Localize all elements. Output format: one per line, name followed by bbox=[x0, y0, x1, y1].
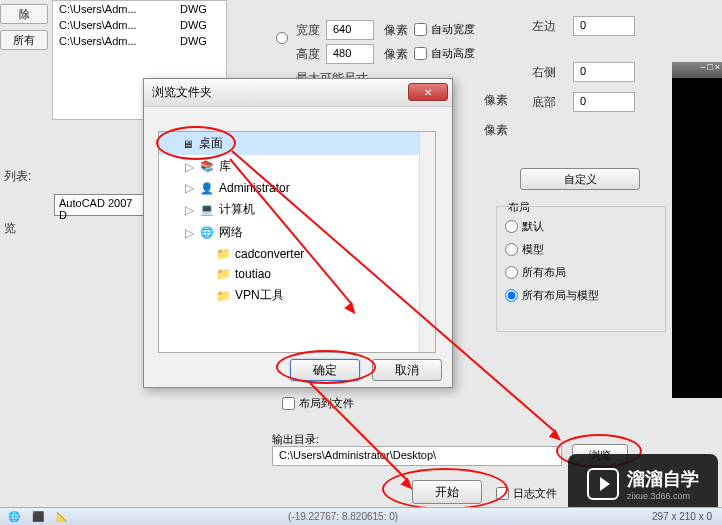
file-type: DWG bbox=[180, 19, 220, 31]
width-field[interactable]: 640 bbox=[326, 20, 374, 40]
file-path: C:\Users\Adm... bbox=[59, 19, 180, 31]
folder-tree[interactable]: 桌面 ▷ 库 ▷ Administrator ▷ 计算机 ▷ 网络 bbox=[158, 131, 436, 353]
pixels-label-1: 像素 bbox=[384, 22, 408, 39]
left-field[interactable]: 0 bbox=[573, 16, 635, 36]
file-row[interactable]: C:\Users\Adm... DWG bbox=[53, 1, 226, 17]
left-label: 左边 bbox=[532, 18, 556, 35]
log-file-check[interactable] bbox=[496, 487, 509, 500]
watermark-title: 溜溜自学 bbox=[627, 467, 699, 491]
height-field[interactable]: 480 bbox=[326, 44, 374, 64]
width-label: 宽度 bbox=[296, 22, 320, 39]
tree-label: cadconverter bbox=[235, 247, 304, 261]
autocad-dropdown[interactable]: AutoCAD 2007 D bbox=[54, 194, 146, 216]
monitor-icon bbox=[179, 137, 195, 151]
layout-group: 默认 模型 所有布局 所有布局与模型 bbox=[496, 206, 666, 332]
tree-label: 库 bbox=[219, 158, 231, 175]
status-dimensions: 297 x 210 x 0 bbox=[652, 511, 712, 522]
library-icon bbox=[199, 160, 215, 174]
log-file-label: 日志文件 bbox=[513, 486, 557, 501]
layout-to-file-checkbox[interactable]: 布局到文件 bbox=[282, 396, 354, 411]
network-icon bbox=[199, 226, 215, 240]
size-radio[interactable] bbox=[276, 32, 288, 44]
clear-button[interactable]: 除 bbox=[0, 4, 48, 24]
tree-arrow[interactable]: ▷ bbox=[185, 160, 195, 174]
pixels-label-2: 像素 bbox=[384, 46, 408, 63]
bottom-label: 底部 bbox=[532, 94, 556, 111]
folder-icon bbox=[215, 289, 231, 303]
status-bar: 🌐 ⬛ 📐 (-19.22767: 8.820615: 0) 297 x 210… bbox=[0, 507, 722, 525]
list-label: 列表: bbox=[4, 168, 31, 185]
tree-item-network[interactable]: ▷ 网络 bbox=[159, 221, 435, 244]
radio-all-layouts-input[interactable] bbox=[505, 266, 518, 279]
browse-label-left: 览 bbox=[4, 220, 16, 237]
layout-to-file-check[interactable] bbox=[282, 397, 295, 410]
auto-height-checkbox[interactable]: 自动高度 bbox=[414, 46, 475, 61]
start-button[interactable]: 开始 bbox=[412, 480, 482, 504]
watermark-url: zixue.3d66.com bbox=[627, 491, 699, 501]
background-panel: 除 所有 C:\Users\Adm... DWG C:\Users\Adm...… bbox=[0, 0, 722, 525]
cancel-button[interactable]: 取消 bbox=[372, 359, 442, 381]
radio-model[interactable]: 模型 bbox=[505, 242, 657, 257]
output-path-field[interactable]: C:\Users\Administrator\Desktop\ bbox=[272, 446, 562, 466]
radio-all-layouts-label: 所有布局 bbox=[522, 265, 566, 280]
file-type: DWG bbox=[180, 35, 220, 47]
tree-item-computer[interactable]: ▷ 计算机 bbox=[159, 198, 435, 221]
height-label: 高度 bbox=[296, 46, 320, 63]
all-button[interactable]: 所有 bbox=[0, 30, 48, 50]
tree-label: VPN工具 bbox=[235, 287, 284, 304]
auto-width-check[interactable] bbox=[414, 23, 427, 36]
output-dir-label: 输出目录: bbox=[272, 432, 319, 447]
preview-pane bbox=[672, 78, 722, 398]
tree-item-cadconverter[interactable]: cadconverter bbox=[159, 244, 435, 264]
right-field[interactable]: 0 bbox=[573, 62, 635, 82]
watermark-logo: 溜溜自学 zixue.3d66.com bbox=[568, 454, 718, 514]
maximize-icon[interactable]: □ bbox=[707, 62, 712, 78]
radio-model-input[interactable] bbox=[505, 243, 518, 256]
bottom-field[interactable]: 0 bbox=[573, 92, 635, 112]
tree-label: 桌面 bbox=[199, 135, 223, 152]
tree-item-administrator[interactable]: ▷ Administrator bbox=[159, 178, 435, 198]
auto-width-checkbox[interactable]: 自动宽度 bbox=[414, 22, 475, 37]
user-icon bbox=[199, 181, 215, 195]
tree-arrow[interactable]: ▷ bbox=[185, 203, 195, 217]
tree-arrow[interactable]: ▷ bbox=[185, 181, 195, 195]
radio-all-layouts-model-input[interactable] bbox=[505, 289, 518, 302]
dialog-close-button[interactable]: ✕ bbox=[408, 83, 448, 101]
dialog-titlebar[interactable]: 浏览文件夹 ✕ bbox=[144, 79, 452, 107]
annotation-arrowhead-2 bbox=[549, 429, 565, 444]
pixels-label-3: 像素 bbox=[484, 92, 508, 109]
auto-height-check[interactable] bbox=[414, 47, 427, 60]
status-icon-2: ⬛ bbox=[32, 511, 44, 522]
tree-item-vpn[interactable]: VPN工具 bbox=[159, 284, 435, 307]
file-type: DWG bbox=[180, 3, 220, 15]
preview-titlebar: − □ × bbox=[672, 62, 722, 78]
status-icon-1: 🌐 bbox=[8, 511, 20, 522]
tree-item-library[interactable]: ▷ 库 bbox=[159, 155, 435, 178]
auto-height-label: 自动高度 bbox=[431, 46, 475, 61]
radio-default-input[interactable] bbox=[505, 220, 518, 233]
custom-button[interactable]: 自定义 bbox=[520, 168, 640, 190]
file-row[interactable]: C:\Users\Adm... DWG bbox=[53, 33, 226, 49]
close-icon: ✕ bbox=[424, 87, 432, 98]
tree-item-toutiao[interactable]: toutiao bbox=[159, 264, 435, 284]
ok-button[interactable]: 确定 bbox=[290, 359, 360, 381]
log-file-checkbox[interactable]: 日志文件 bbox=[496, 486, 557, 501]
tree-item-desktop[interactable]: 桌面 bbox=[159, 132, 435, 155]
file-row[interactable]: C:\Users\Adm... DWG bbox=[53, 17, 226, 33]
radio-all-layouts-model[interactable]: 所有布局与模型 bbox=[505, 288, 657, 303]
tree-label: Administrator bbox=[219, 181, 290, 195]
radio-default-label: 默认 bbox=[522, 219, 544, 234]
file-path: C:\Users\Adm... bbox=[59, 3, 180, 15]
tree-label: 网络 bbox=[219, 224, 243, 241]
tree-label: toutiao bbox=[235, 267, 271, 281]
radio-default[interactable]: 默认 bbox=[505, 219, 657, 234]
radio-all-layouts-model-label: 所有布局与模型 bbox=[522, 288, 599, 303]
tree-scrollbar[interactable] bbox=[419, 132, 435, 352]
close-preview-icon[interactable]: × bbox=[715, 62, 720, 78]
right-label: 右侧 bbox=[532, 64, 556, 81]
radio-all-layouts[interactable]: 所有布局 bbox=[505, 265, 657, 280]
pixels-label-4: 像素 bbox=[484, 122, 508, 139]
minimize-icon[interactable]: − bbox=[700, 62, 705, 78]
status-icon-3: 📐 bbox=[56, 511, 68, 522]
tree-arrow[interactable]: ▷ bbox=[185, 226, 195, 240]
